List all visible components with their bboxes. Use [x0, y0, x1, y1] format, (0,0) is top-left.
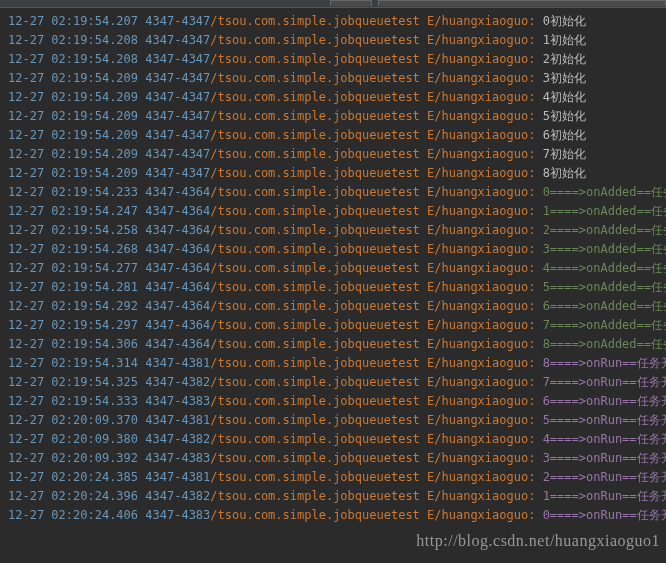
log-pid: 4347-4383	[145, 394, 210, 408]
log-line: 12-27 02:19:54.209 4347-4347/tsou.com.si…	[8, 107, 658, 126]
log-timestamp: 12-27 02:19:54.208	[8, 52, 138, 66]
log-line: 12-27 02:19:54.247 4347-4364/tsou.com.si…	[8, 202, 658, 221]
top-toolbar	[0, 0, 666, 8]
log-message: 5====>onRun==任务开始执行	[535, 413, 666, 427]
log-tag: /tsou.com.simple.jobqueuetest E/huangxia…	[210, 52, 535, 66]
log-timestamp: 12-27 02:19:54.325	[8, 375, 138, 389]
log-line: 12-27 02:19:54.325 4347-4382/tsou.com.si…	[8, 373, 658, 392]
log-line: 12-27 02:19:54.209 4347-4347/tsou.com.si…	[8, 126, 658, 145]
log-pid: 4347-4364	[145, 185, 210, 199]
log-timestamp: 12-27 02:20:24.396	[8, 489, 138, 503]
log-line: 12-27 02:19:54.209 4347-4347/tsou.com.si…	[8, 69, 658, 88]
log-message: 1初始化	[535, 33, 585, 47]
log-tag: /tsou.com.simple.jobqueuetest E/huangxia…	[210, 128, 535, 142]
log-timestamp: 12-27 02:19:54.281	[8, 280, 138, 294]
log-pid: 4347-4364	[145, 318, 210, 332]
log-tag: /tsou.com.simple.jobqueuetest E/huangxia…	[210, 33, 535, 47]
log-pid: 4347-4347	[145, 90, 210, 104]
log-tag: /tsou.com.simple.jobqueuetest E/huangxia…	[210, 14, 535, 28]
log-line: 12-27 02:19:54.277 4347-4364/tsou.com.si…	[8, 259, 658, 278]
log-line: 12-27 02:19:54.297 4347-4364/tsou.com.si…	[8, 316, 658, 335]
log-tag: /tsou.com.simple.jobqueuetest E/huangxia…	[210, 223, 535, 237]
log-timestamp: 12-27 02:20:09.392	[8, 451, 138, 465]
toolbar-field[interactable]	[378, 0, 666, 6]
log-message: 6====>onAdded==任务加入队列	[535, 299, 666, 313]
log-pid: 4347-4347	[145, 128, 210, 142]
log-timestamp: 12-27 02:19:54.207	[8, 14, 138, 28]
log-timestamp: 12-27 02:19:54.314	[8, 356, 138, 370]
log-line: 12-27 02:20:24.396 4347-4382/tsou.com.si…	[8, 487, 658, 506]
log-pid: 4347-4347	[145, 109, 210, 123]
log-timestamp: 12-27 02:19:54.209	[8, 128, 138, 142]
log-tag: /tsou.com.simple.jobqueuetest E/huangxia…	[210, 204, 535, 218]
log-message: 8初始化	[535, 166, 585, 180]
log-message: 7初始化	[535, 147, 585, 161]
log-pid: 4347-4383	[145, 508, 210, 522]
log-tag: /tsou.com.simple.jobqueuetest E/huangxia…	[210, 318, 535, 332]
log-tag: /tsou.com.simple.jobqueuetest E/huangxia…	[210, 109, 535, 123]
log-timestamp: 12-27 02:19:54.277	[8, 261, 138, 275]
log-tag: /tsou.com.simple.jobqueuetest E/huangxia…	[210, 470, 535, 484]
log-tag: /tsou.com.simple.jobqueuetest E/huangxia…	[210, 432, 535, 446]
log-timestamp: 12-27 02:19:54.209	[8, 109, 138, 123]
log-timestamp: 12-27 02:19:54.209	[8, 147, 138, 161]
log-pid: 4347-4364	[145, 299, 210, 313]
log-message: 0初始化	[535, 14, 585, 28]
log-timestamp: 12-27 02:20:09.370	[8, 413, 138, 427]
log-line: 12-27 02:19:54.268 4347-4364/tsou.com.si…	[8, 240, 658, 259]
log-tag: /tsou.com.simple.jobqueuetest E/huangxia…	[210, 185, 535, 199]
log-message: 2初始化	[535, 52, 585, 66]
log-tag: /tsou.com.simple.jobqueuetest E/huangxia…	[210, 413, 535, 427]
log-message: 1====>onRun==任务开始执行	[535, 489, 666, 503]
log-line: 12-27 02:20:24.385 4347-4381/tsou.com.si…	[8, 468, 658, 487]
log-tag: /tsou.com.simple.jobqueuetest E/huangxia…	[210, 166, 535, 180]
log-message: 8====>onAdded==任务加入队列	[535, 337, 666, 351]
log-message: 4====>onAdded==任务加入队列	[535, 261, 666, 275]
log-line: 12-27 02:19:54.209 4347-4347/tsou.com.si…	[8, 88, 658, 107]
log-message: 5初始化	[535, 109, 585, 123]
log-pid: 4347-4364	[145, 223, 210, 237]
log-message: 7====>onRun==任务开始执行	[535, 375, 666, 389]
log-message: 5====>onAdded==任务加入队列	[535, 280, 666, 294]
log-line: 12-27 02:19:54.233 4347-4364/tsou.com.si…	[8, 183, 658, 202]
log-pid: 4347-4347	[145, 147, 210, 161]
log-message: 1====>onAdded==任务加入队列	[535, 204, 666, 218]
log-pid: 4347-4381	[145, 356, 210, 370]
log-pid: 4347-4364	[145, 242, 210, 256]
log-message: 0====>onRun==任务开始执行	[535, 508, 666, 522]
log-message: 2====>onAdded==任务加入队列	[535, 223, 666, 237]
log-timestamp: 12-27 02:19:54.209	[8, 166, 138, 180]
log-message: 8====>onRun==任务开始执行	[535, 356, 666, 370]
log-timestamp: 12-27 02:19:54.297	[8, 318, 138, 332]
log-tag: /tsou.com.simple.jobqueuetest E/huangxia…	[210, 451, 535, 465]
log-message: 3====>onRun==任务开始执行	[535, 451, 666, 465]
log-message: 0====>onAdded==任务加入队列	[535, 185, 666, 199]
log-message: 3====>onAdded==任务加入队列	[535, 242, 666, 256]
log-timestamp: 12-27 02:19:54.306	[8, 337, 138, 351]
log-pid: 4347-4382	[145, 375, 210, 389]
log-line: 12-27 02:19:54.209 4347-4347/tsou.com.si…	[8, 164, 658, 183]
log-tag: /tsou.com.simple.jobqueuetest E/huangxia…	[210, 147, 535, 161]
log-message: 6初始化	[535, 128, 585, 142]
log-timestamp: 12-27 02:19:54.209	[8, 71, 138, 85]
log-line: 12-27 02:19:54.208 4347-4347/tsou.com.si…	[8, 31, 658, 50]
log-tag: /tsou.com.simple.jobqueuetest E/huangxia…	[210, 299, 535, 313]
log-timestamp: 12-27 02:20:09.380	[8, 432, 138, 446]
log-line: 12-27 02:19:54.281 4347-4364/tsou.com.si…	[8, 278, 658, 297]
log-tag: /tsou.com.simple.jobqueuetest E/huangxia…	[210, 90, 535, 104]
log-timestamp: 12-27 02:19:54.247	[8, 204, 138, 218]
log-line: 12-27 02:19:54.258 4347-4364/tsou.com.si…	[8, 221, 658, 240]
log-timestamp: 12-27 02:20:24.385	[8, 470, 138, 484]
log-tag: /tsou.com.simple.jobqueuetest E/huangxia…	[210, 261, 535, 275]
log-output: 12-27 02:19:54.207 4347-4347/tsou.com.si…	[0, 8, 666, 529]
log-pid: 4347-4364	[145, 204, 210, 218]
log-pid: 4347-4364	[145, 261, 210, 275]
log-line: 12-27 02:19:54.314 4347-4381/tsou.com.si…	[8, 354, 658, 373]
log-tag: /tsou.com.simple.jobqueuetest E/huangxia…	[210, 508, 535, 522]
log-timestamp: 12-27 02:20:24.406	[8, 508, 138, 522]
log-tag: /tsou.com.simple.jobqueuetest E/huangxia…	[210, 375, 535, 389]
toolbar-tab[interactable]	[330, 0, 372, 6]
log-pid: 4347-4364	[145, 280, 210, 294]
log-line: 12-27 02:20:09.392 4347-4383/tsou.com.si…	[8, 449, 658, 468]
log-pid: 4347-4347	[145, 166, 210, 180]
